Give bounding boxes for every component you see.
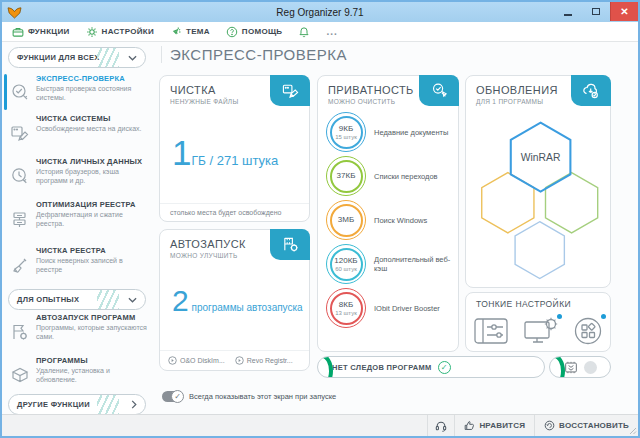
sidebar-group-advanced[interactable]: ДЛЯ ОПЫТНЫХ xyxy=(8,289,146,310)
sliders-panel-icon xyxy=(474,318,508,344)
privacy-row-windows-search[interactable]: 3МБ Поиск Windows xyxy=(326,200,454,240)
status-dot xyxy=(584,361,597,374)
menu-help[interactable]: ПОМОЩЬ xyxy=(226,26,283,38)
autorun-link-1[interactable]: O&O DiskIm... xyxy=(168,356,225,365)
headset-icon xyxy=(435,420,447,432)
menu-theme[interactable]: ТЕМА xyxy=(170,26,210,38)
history-brush-icon xyxy=(10,166,30,186)
sidebar-group-other-functions[interactable]: ДРУГИЕ ФУНКЦИИ xyxy=(8,394,146,415)
compress-icon xyxy=(10,209,30,229)
privacy-row-jump-lists[interactable]: 37КБ Списки переходов xyxy=(326,156,454,196)
cleanup-card[interactable]: ЧИСТКА НЕНУЖНЫЕ ФАЙЛЫ 1ГБ / 271 штука ст… xyxy=(159,75,310,222)
restore-icon xyxy=(544,420,555,431)
hexagon-yellow xyxy=(482,173,534,233)
cloud-download-icon xyxy=(582,82,600,100)
chevron-down-icon xyxy=(128,55,137,61)
autorun-value: 2 программы автозапуска xyxy=(172,288,303,315)
updates-badge xyxy=(571,75,611,106)
flag-gear-icon xyxy=(10,322,30,342)
window-title: Reg Organizer 9.71 xyxy=(2,7,638,18)
sidebar-item-registry-cleanup[interactable]: ЧИСТКА РЕЕСТРА Поиск неверных записей в … xyxy=(10,246,150,275)
support-button[interactable] xyxy=(427,415,454,436)
tweak-system-button[interactable] xyxy=(524,317,558,349)
sidebar-item-programs[interactable]: ПРОГРАММЫ Удаление, установка и обновлен… xyxy=(10,356,150,385)
card-title: ТОНКИЕ НАСТРОЙКИ xyxy=(476,299,600,309)
magnifier-check-icon xyxy=(10,83,30,103)
privacy-row-recent-docs[interactable]: 9КБ15 штук Недавние документы xyxy=(326,112,454,152)
hexagon-lightblue xyxy=(515,222,564,279)
cleanup-badge xyxy=(270,75,310,106)
notification-dot xyxy=(557,314,562,319)
maximize-button[interactable] xyxy=(582,2,610,21)
cleanup-value: 1ГБ / 271 штука xyxy=(172,138,278,169)
resize-grip[interactable] xyxy=(629,427,637,435)
startup-toggle[interactable]: ✓ xyxy=(162,391,183,402)
menu-more[interactable]: ... xyxy=(326,26,337,37)
like-button[interactable]: НРАВИТСЯ xyxy=(454,415,534,436)
menu-settings[interactable]: НАСТРОЙКИ xyxy=(86,26,154,38)
app-logo-icon[interactable] xyxy=(7,6,22,19)
updates-card[interactable]: ОБНОВЛЕНИЯ ДЛЯ 1 ПРОГРАММЫ WinRAR xyxy=(465,75,611,288)
torch-icon xyxy=(170,26,182,38)
notification-dot xyxy=(601,314,606,319)
broom-icon xyxy=(10,255,30,275)
monitor-gear-icon xyxy=(524,317,558,345)
startup-toggle-label: Всегда показывать этот экран при запуске xyxy=(189,392,336,401)
minimize-button[interactable] xyxy=(554,2,582,21)
play-circle-icon xyxy=(235,356,244,365)
cleanup-footer: столько места будет освобождено xyxy=(160,203,309,221)
menu-functions[interactable]: ФУНКЦИИ xyxy=(12,26,70,38)
tweak-apps-button[interactable] xyxy=(574,317,602,349)
sidebar: ФУНКЦИИ ДЛЯ ВСЕХ ЭКСПРЕСС-ПРОВЕРКА Быстр… xyxy=(2,42,154,414)
autorun-link-2[interactable]: Revo Registr... xyxy=(235,356,293,365)
open-box-icon xyxy=(10,365,30,385)
privacy-row-iobit[interactable]: 8КБ13 штук IObit Driver Booster xyxy=(326,288,454,328)
title-bar[interactable]: Reg Organizer 9.71 ✕ xyxy=(2,2,638,22)
bell-icon[interactable] xyxy=(298,26,310,38)
restore-button[interactable]: ВОССТАНОВИТЬ xyxy=(534,415,638,436)
sidebar-item-system-cleanup[interactable]: ЧИСТКА СИСТЕМЫ Освобождение места на дис… xyxy=(10,114,150,143)
deep-scan-pill[interactable] xyxy=(549,356,611,378)
disk-brush-icon xyxy=(282,82,299,99)
autorun-badge xyxy=(270,229,310,260)
sidebar-item-express-check[interactable]: ЭКСПРЕСС-ПРОВЕРКА Быстрая проверка состо… xyxy=(10,74,150,103)
app-window: Reg Organizer 9.71 ✕ ФУНКЦИИ НАСТРОЙКИ Т… xyxy=(0,0,640,438)
close-button[interactable]: ✕ xyxy=(610,2,638,21)
sidebar-item-autorun-programs[interactable]: АВТОЗАПУСК ПРОГРАММ Программы, которые з… xyxy=(10,313,150,342)
privacy-row-web-cache[interactable]: 120КБ60 штук Дополнительный веб-кэш xyxy=(326,244,454,284)
status-bar: НРАВИТСЯ ВОССТАНОВИТЬ xyxy=(2,414,638,436)
startup-toggle-row: ✓ Всегда показывать этот экран при запус… xyxy=(162,391,336,402)
play-circle-icon xyxy=(168,356,177,365)
chip-collapse-icon xyxy=(563,360,579,375)
no-traces-pill[interactable]: НЕТ СЛЕДОВ ПРОГРАММ ✓ xyxy=(317,356,545,378)
content-area: ФУНКЦИИ ДЛЯ ВСЕХ ЭКСПРЕСС-ПРОВЕРКА Быстр… xyxy=(2,42,638,414)
privacy-badge xyxy=(419,75,459,106)
winrar-label: WinRAR xyxy=(521,152,561,163)
chevron-down-icon xyxy=(128,297,137,303)
menu-bar: ФУНКЦИИ НАСТРОЙКИ ТЕМА ПОМОЩЬ ... xyxy=(2,22,638,42)
sweep-icon xyxy=(431,82,448,99)
updates-hexagons: WinRAR xyxy=(469,114,607,286)
tweaks-card: ТОНКИЕ НАСТРОЙКИ xyxy=(465,292,611,352)
hexagon-green xyxy=(545,173,597,233)
sidebar-item-private-data[interactable]: ЧИСТКА ЛИЧНЫХ ДАННЫХ История браузеров, … xyxy=(10,157,150,186)
privacy-card[interactable]: ПРИВАТНОСТЬ МОЖНО ОЧИСТИТЬ 9КБ15 штук Не… xyxy=(317,75,459,352)
sidebar-group-functions-for-all[interactable]: ФУНКЦИИ ДЛЯ ВСЕХ xyxy=(8,47,146,68)
chevron-right-icon xyxy=(131,400,137,409)
shapes-circle-icon xyxy=(574,317,602,345)
check-circle-icon: ✓ xyxy=(438,361,451,374)
autorun-card[interactable]: АВТОЗАПУСК МОЖНО УЛУЧШИТЬ 2 программы ав… xyxy=(159,229,310,371)
disk-brush-icon xyxy=(10,123,30,143)
page-title: ЭКСПРЕСС-ПРОВЕРКА xyxy=(161,46,347,63)
selected-indicator xyxy=(4,74,7,110)
thumbs-up-icon xyxy=(464,420,475,431)
sidebar-item-registry-optimize[interactable]: ОПТИМИЗАЦИЯ РЕЕСТРА Дефрагментация и сжа… xyxy=(10,200,150,229)
flag-gear-icon xyxy=(282,236,299,253)
gear-icon xyxy=(86,26,98,38)
briefcase-icon xyxy=(12,26,24,38)
help-icon xyxy=(226,26,238,38)
tweak-sliders-button[interactable] xyxy=(474,318,508,348)
